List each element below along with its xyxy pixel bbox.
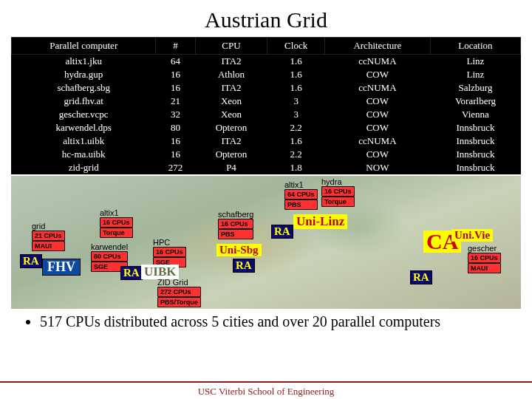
node-label: altix1 [284, 180, 304, 189]
node-label: ZID Grid [157, 278, 188, 287]
table-cell: schafberg.sbg [12, 81, 156, 95]
table-cell: karwendel.dps [12, 121, 156, 134]
table-cell: 2.2 [267, 121, 324, 134]
table-cell: 21 [156, 95, 195, 108]
cpu-pill: 16 CPUs [468, 253, 501, 263]
table-cell: Xeon [195, 95, 267, 108]
slide-title: Austrian Grid [0, 0, 532, 37]
table-cell: 2.2 [267, 148, 324, 161]
node-label: schafberg [218, 210, 253, 219]
col-cpu: CPU [195, 38, 267, 55]
cpu-pill: 272 CPUs [157, 287, 201, 297]
sched-pill: Torque [100, 228, 133, 238]
cpu-pill: 16 CPUs [153, 247, 186, 257]
table-row: hydra.gup16Athlon1.6COWLinz [12, 68, 521, 81]
table-row: altix1.jku64ITA21.6ccNUMALinz [12, 55, 521, 69]
sched-pill: PBS [218, 229, 253, 239]
node-schafberg: schafberg 16 CPUs PBS [218, 210, 253, 239]
table-cell: Athlon [195, 68, 267, 81]
table-cell: ITA2 [195, 81, 267, 95]
cpu-pill: 21 CPUs [32, 231, 65, 241]
ra-badge: RA [233, 259, 255, 273]
node-altix-jku: altix1 64 CPUs PBS [284, 180, 318, 210]
node-label: HPC [153, 238, 170, 247]
cpu-pill: 16 CPUs [321, 186, 355, 197]
table-cell: 1.6 [267, 55, 324, 69]
table-cell: COW [324, 121, 430, 134]
node-hpc: HPC 16 CPUs SGE [153, 238, 186, 267]
node-label: karwendel [91, 242, 128, 251]
table-cell: Innsbruck [430, 148, 520, 161]
table-row: altix1.uibk16ITA21.6ccNUMAInnsbruck [12, 134, 521, 148]
table-row: gescher.vcpc32Xeon3COWVienna [12, 108, 521, 121]
uni-linz-label: Uni-Linz [293, 214, 347, 229]
sched-pill: MAUI [468, 263, 501, 273]
sched-pill: MAUI [32, 241, 65, 251]
col-clock: Clock [267, 38, 324, 55]
table-cell: Linz [430, 55, 520, 69]
table-cell: 3 [267, 108, 324, 121]
ra-badge: RA [271, 225, 293, 239]
table-cell: 3 [267, 95, 324, 108]
table-cell: Xeon [195, 108, 267, 121]
table-cell: gescher.vcpc [12, 108, 156, 121]
table-cell: 16 [156, 134, 195, 148]
table-cell: P4 [195, 161, 267, 174]
table-cell: Vienna [430, 108, 520, 121]
table-cell: Innsbruck [430, 161, 520, 174]
table-cell: 1.6 [267, 134, 324, 148]
table-cell: altix1.jku [12, 55, 156, 69]
table-cell: ccNUMA [324, 55, 430, 69]
table-cell: Vorarlberg [430, 95, 520, 108]
bullet-item: 517 CPUs distributed across 5 cities and… [40, 313, 517, 330]
table-cell: Linz [430, 68, 520, 81]
table-cell: ccNUMA [324, 81, 430, 95]
cpu-pill: 16 CPUs [100, 217, 133, 228]
table-cell: 1.8 [267, 161, 324, 174]
sched-pill: Torque [321, 197, 355, 207]
ra-badge: RA [120, 266, 143, 280]
col-computer: Parallel computer [12, 38, 156, 55]
table-cell: hydra.gup [12, 68, 156, 81]
table-row: schafberg.sbg16ITA21.6ccNUMASalzburg [12, 81, 521, 95]
summary-bullets: 517 CPUs distributed across 5 cities and… [15, 313, 517, 330]
sched-pill: PBS/Torque [157, 297, 201, 307]
node-label: grid [32, 222, 45, 231]
table-cell: COW [324, 68, 430, 81]
sched-pill: PBS [284, 200, 318, 210]
table-cell: 1.6 [267, 68, 324, 81]
col-arch: Architecture [324, 38, 430, 55]
table-cell: Innsbruck [430, 134, 520, 148]
table-cell: COW [324, 108, 430, 121]
cpu-pill: 80 CPUs [91, 251, 128, 262]
table-cell: 16 [156, 148, 195, 161]
node-gescher: gescher 16 CPUs MAUI [468, 244, 501, 273]
table-cell: zid-grid [12, 161, 156, 174]
table-cell: 16 [156, 81, 195, 95]
table-cell: COW [324, 95, 430, 108]
col-loc: Location [430, 38, 520, 55]
table-row: zid-grid272P41.8NOWInnsbruck [12, 161, 521, 174]
table-row: hc-ma.uibk16Opteron2.2COWInnsbruck [12, 148, 521, 161]
table-header-row: Parallel computer # CPU Clock Architectu… [12, 38, 521, 55]
table-cell: ITA2 [195, 55, 267, 69]
table-cell: Opteron [195, 148, 267, 161]
table-cell: altix1.uibk [12, 134, 156, 148]
cpu-pill: 64 CPUs [284, 189, 318, 200]
node-label: hydra [321, 177, 342, 186]
table-cell: Salzburg [430, 81, 520, 95]
uni-sbg-label: Uni-Sbg [216, 244, 262, 256]
table-cell: 32 [156, 108, 195, 121]
table-body: altix1.jku64ITA21.6ccNUMALinzhydra.gup16… [12, 55, 521, 175]
cluster-table: Parallel computer # CPU Clock Architectu… [11, 37, 521, 174]
table-cell: NOW [324, 161, 430, 174]
table-row: grid.fhv.at21Xeon3COWVorarlberg [12, 95, 521, 108]
node-zid: ZID Grid 272 CPUs PBS/Torque [157, 278, 201, 307]
table-cell: COW [324, 148, 430, 161]
table-cell: hc-ma.uibk [12, 148, 156, 161]
footer-rule [0, 381, 532, 383]
node-altix-ibk: altix1 16 CPUs Torque [100, 208, 133, 238]
col-count: # [156, 38, 195, 55]
table-cell: 80 [156, 121, 195, 134]
ra-badge: RA [410, 270, 432, 284]
